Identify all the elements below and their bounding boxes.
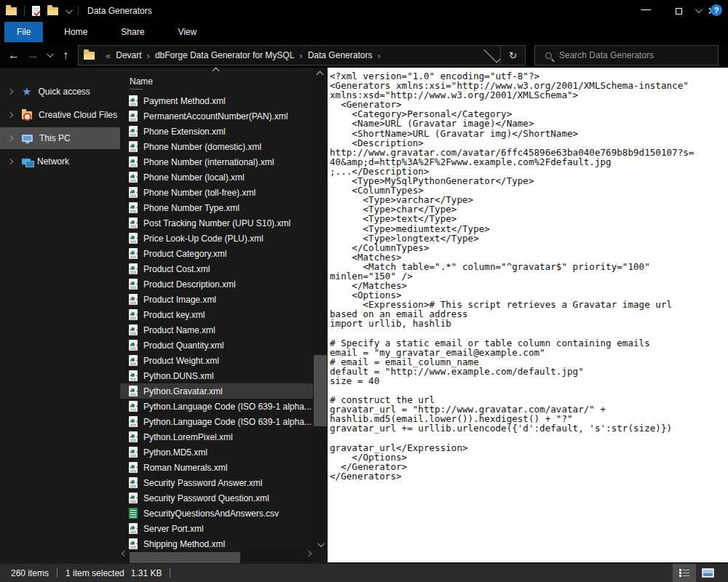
- breadcrumb-item[interactable]: Data Generators: [308, 50, 373, 60]
- details-view-button[interactable]: [673, 564, 696, 582]
- ribbon-tab[interactable]: File: [4, 22, 43, 42]
- sidebar-item-network[interactable]: Network: [0, 151, 120, 172]
- file-row[interactable]: PermanentAccountNumber(PAN).xml: [120, 108, 313, 124]
- file-row[interactable]: Shipping Method.xml: [120, 536, 313, 551]
- ribbon-tab[interactable]: Share: [108, 22, 157, 42]
- file-row[interactable]: Post Tracking Number (UPU S10).xml: [120, 215, 313, 231]
- minimize-button[interactable]: —: [630, 0, 662, 22]
- file-row[interactable]: Security Password Answer.xml: [120, 475, 313, 490]
- file-row[interactable]: Phone Number (domestic).xml: [120, 139, 313, 154]
- file-name: Product Name.xml: [143, 325, 215, 335]
- file-row[interactable]: Phone Number (international).xml: [120, 154, 313, 170]
- file-row[interactable]: Payment Method.xml: [120, 93, 313, 108]
- customize-toolbar-chevron-icon[interactable]: [66, 7, 73, 14]
- up-button[interactable]: ↑: [56, 49, 75, 62]
- refresh-icon[interactable]: ↻: [500, 46, 525, 65]
- selection-size: 1.31 KB: [131, 568, 162, 578]
- ribbon-tab[interactable]: Home: [52, 22, 100, 42]
- breadcrumb-separator[interactable]: ›: [377, 50, 380, 61]
- search-icon: [545, 52, 552, 59]
- breadcrumb-separator[interactable]: ›: [147, 50, 150, 61]
- file-row[interactable]: Product Weight.xml: [120, 353, 313, 368]
- xml-file-icon: [129, 279, 138, 290]
- breadcrumb-separator[interactable]: ›: [299, 50, 302, 61]
- search-input[interactable]: [559, 50, 697, 60]
- sidebar-item-creative-cloud-files[interactable]: Creative Cloud Files: [0, 104, 120, 126]
- file-row[interactable]: Python.LoremPixel.xml: [120, 429, 313, 445]
- file-name: Phone Number (toll-free).xml: [143, 188, 256, 198]
- xml-file-icon: [129, 248, 138, 259]
- ribbon-tab[interactable]: View: [165, 22, 209, 42]
- file-row[interactable]: Python.Language Code (ISO 639-1 alpha...: [120, 414, 313, 429]
- expand-chevron-icon[interactable]: [7, 135, 13, 141]
- scroll-down-icon[interactable]: [317, 540, 325, 547]
- file-name: Product Description.xml: [143, 279, 236, 290]
- properties-icon[interactable]: [32, 6, 40, 16]
- window-title: Data Generators: [87, 6, 152, 16]
- file-row[interactable]: SecurityQuestionsAndAnswers.csv: [120, 506, 313, 521]
- file-row[interactable]: Product Quantity.xml: [120, 338, 313, 353]
- recent-locations-chevron-icon[interactable]: [47, 50, 54, 57]
- breadcrumb-overflow[interactable]: «: [106, 50, 111, 61]
- expand-chevron-icon[interactable]: [7, 112, 13, 118]
- file-name: SecurityQuestionsAndAnswers.csv: [143, 509, 279, 519]
- file-row[interactable]: Product Cost.xml: [120, 261, 313, 276]
- help-icon[interactable]: ?: [711, 4, 722, 16]
- sidebar-item-quick-access[interactable]: ★ Quick access: [0, 81, 120, 103]
- file-row[interactable]: Product Name.xml: [120, 322, 313, 338]
- file-row[interactable]: Python.MD5.xml: [120, 445, 313, 460]
- expand-chevron-icon[interactable]: [7, 89, 13, 95]
- scroll-left-icon[interactable]: [122, 551, 127, 557]
- vertical-scrollbar-thumb[interactable]: [314, 355, 327, 426]
- scroll-up-icon[interactable]: [317, 71, 324, 79]
- file-row[interactable]: Product key.xml: [120, 307, 313, 322]
- xml-file-icon: [129, 477, 138, 488]
- sidebar-item-this-pc[interactable]: This PC: [0, 127, 120, 149]
- xml-file-icon: [129, 218, 138, 228]
- breadcrumb: Devart › dbForge Data Generator for MySQ…: [116, 50, 386, 61]
- search-box: [534, 45, 719, 65]
- scroll-right-icon[interactable]: [306, 551, 312, 557]
- file-name: Security Password Answer.xml: [143, 478, 262, 488]
- breadcrumb-item[interactable]: Devart: [116, 50, 141, 60]
- file-name: Post Tracking Number (UPU S10).xml: [143, 218, 290, 228]
- file-row[interactable]: Python.DUNS.xml: [120, 368, 313, 383]
- file-row[interactable]: Server Port.xml: [120, 521, 313, 536]
- status-left: 260 items 1 item selected 1.31 KB: [0, 568, 178, 578]
- collapse-ribbon-chevron-icon[interactable]: [695, 6, 703, 13]
- file-row[interactable]: Security Password Question.xml: [120, 490, 313, 506]
- file-row[interactable]: Python.Gravatar.xml: [120, 383, 313, 399]
- file-row[interactable]: Phone Number (toll-free).xml: [120, 185, 313, 200]
- file-row[interactable]: Phone Extension.xml: [120, 124, 313, 139]
- horizontal-scrollbar[interactable]: [120, 551, 313, 564]
- file-name: Python.DUNS.xml: [143, 371, 214, 381]
- file-row[interactable]: Roman Numerals.xml: [120, 460, 313, 475]
- address-bar-controls: ↻: [482, 46, 525, 65]
- address-bar[interactable]: « Devart › dbForge Data Generator for My…: [78, 45, 526, 65]
- new-folder-icon[interactable]: [47, 7, 58, 15]
- back-button[interactable]: ←: [4, 49, 23, 62]
- sidebar-item-label: Quick access: [38, 87, 90, 97]
- previous-locations-chevron-icon[interactable]: [484, 46, 501, 63]
- file-row[interactable]: Product Image.xml: [120, 292, 313, 307]
- column-header-name[interactable]: Name: [130, 76, 153, 87]
- file-row[interactable]: Product Category.xml: [120, 246, 313, 261]
- file-row[interactable]: Price Look-Up Code (PLU).xml: [120, 231, 313, 246]
- file-row[interactable]: Phone Number (local).xml: [120, 170, 313, 185]
- expand-chevron-icon[interactable]: [7, 159, 13, 164]
- file-row[interactable]: Phone Number Type.xml: [120, 200, 313, 215]
- xml-file-icon: [129, 172, 138, 183]
- forward-button[interactable]: →: [23, 49, 42, 62]
- vertical-scrollbar[interactable]: [313, 68, 328, 551]
- large-icons-view-button[interactable]: [696, 564, 719, 582]
- file-name: Python.Language Code (ISO 639-1 alpha...: [143, 402, 312, 412]
- view-toggles: [673, 564, 719, 582]
- maximize-button[interactable]: [662, 0, 695, 22]
- file-name: Shipping Method.xml: [143, 539, 225, 549]
- file-row[interactable]: Product Description.xml: [120, 276, 313, 292]
- horizontal-scrollbar-thumb[interactable]: [130, 552, 240, 563]
- xml-file-icon: [129, 263, 138, 274]
- file-row[interactable]: Python.Language Code (ISO 639-1 alpha...: [120, 399, 313, 414]
- breadcrumb-item[interactable]: dbForge Data Generator for MySQL: [155, 50, 294, 60]
- xml-file-icon: [129, 156, 138, 167]
